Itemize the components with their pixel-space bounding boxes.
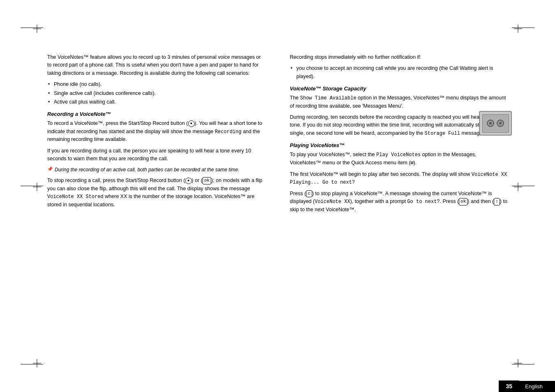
rule-top-right [512,28,534,28]
scroll-button-icon: ↕ [494,198,500,205]
rule-mid-right [512,186,534,186]
section3-para1: To play your VoiceNotes™, select the Pla… [290,151,508,167]
intro-paragraph: The VoiceNotes™ feature allows you to re… [47,53,265,77]
crosshair-bottom-left [31,357,43,369]
record-button-icon: ● [188,120,195,127]
note-icon: 📌 [47,166,53,172]
cassette-reel-left [487,120,494,127]
voicenote-xx-label: VoiceNote XX [315,199,350,205]
ok-button-icon: ok [203,177,211,184]
section1-para1: To record a VoiceNote™, press the Start/… [47,120,265,143]
right-column: Recording stops immediately with no furt… [284,53,508,347]
recording-stops-intro: Recording stops immediately with no furt… [290,53,508,61]
ok-button2-icon: ok [459,198,467,205]
cassette-image [479,111,512,136]
recording-stops-bullet: you choose to accept an incoming call wh… [290,65,508,81]
page-number: 35 [499,380,519,392]
scenario-list: Phone idle (no calls). Single active cal… [47,81,265,106]
rule-bottom-left [21,364,43,364]
go-to-next-label: Go to next? [407,199,440,205]
footer-bar: 35 English [499,380,555,392]
section3-para3: Press (c) to stop playing a VoiceNote™. … [290,190,508,214]
show-time-label: Show Time Available [300,95,357,101]
rule-top-left [21,28,43,28]
voicenote-stored-label: VoiceNote XX Stored [47,194,104,200]
rule-mid-left [21,186,43,186]
bullet-item: Single active call (includes conference … [47,90,265,97]
content-area: The VoiceNotes™ feature allows you to re… [47,53,508,347]
recording-stops-list: you choose to accept an incoming call wh… [290,65,508,81]
section3-para2: The first VoiceNote™ will begin to play … [290,171,508,187]
storage-full-label: Storage Full [425,131,460,136]
section2-para1: The Show Time Available option in the Me… [290,94,508,110]
crosshair-top-right [512,23,524,35]
record-stop-button-icon: ● [185,178,192,184]
cassette-reel-right [497,120,504,127]
crosshair-mid-right [512,181,524,193]
section1-heading: Recording a VoiceNote™ [47,111,265,117]
section2-para2: During recording, ten seconds before the… [290,113,508,137]
crosshair-top-left [31,23,43,35]
play-voicenotes-label: Play VoiceNotes [376,152,421,158]
cassette-inner [482,114,509,133]
section1-para3: To stop recording a call, press the Star… [47,177,265,209]
recording-label: Recording [215,129,242,135]
section2-heading: VoiceNote™ Storage Capacity [290,85,508,92]
section1-para2: If you are recording during a call, the … [47,147,265,163]
note-block: 📌 During the recording of an active call… [47,166,265,173]
note-text: During the recording of an active call, … [55,166,240,173]
section3-heading: Playing VoiceNotes™ [290,142,508,148]
crosshair-bottom-right [512,357,524,369]
rule-bottom-right [512,364,534,364]
left-column: The VoiceNotes™ feature allows you to re… [47,53,272,347]
bullet-item: Active call plus waiting call. [47,98,265,106]
crosshair-mid-left [31,181,43,193]
menu-item-icon: ⊞ [410,160,413,166]
language-label: English [519,381,555,392]
bullet-item: Phone idle (no calls). [47,81,265,88]
page-container: The VoiceNotes™ feature allows you to re… [0,0,555,392]
playing-label: VoiceNote XX Playing... Go to next? [290,172,507,186]
c-button-icon: c [306,190,312,197]
